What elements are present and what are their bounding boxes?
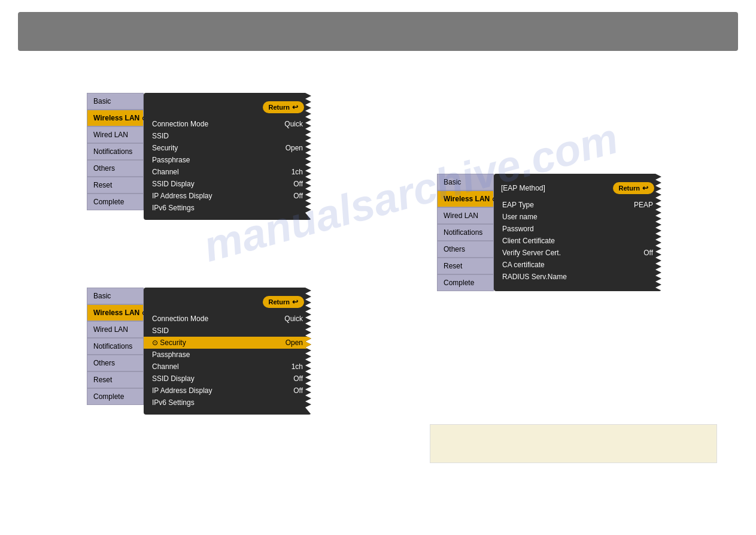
- eap-row-username[interactable]: User name: [494, 211, 661, 223]
- menu-row-ssid-display[interactable]: SSID Display Off: [144, 178, 311, 190]
- eap-row-ca-cert[interactable]: CA certificate: [494, 259, 661, 271]
- panel2-menu-row-ssid[interactable]: SSID: [144, 325, 311, 337]
- panel2-menu-row-passphrase[interactable]: Passphrase: [144, 349, 311, 361]
- eap-row-radius[interactable]: RADIUS Serv.Name: [494, 271, 661, 283]
- panel1-menu: Return Connection Mode Quick SSID Securi…: [144, 93, 311, 220]
- menu-row-ip-display[interactable]: IP Address Display Off: [144, 190, 311, 202]
- panel2-sidebar-item-others[interactable]: Others: [87, 355, 144, 371]
- eap-title: [EAP Method]: [501, 184, 545, 192]
- panel-3: Basic Wireless LAN Wired LAN Notificatio…: [437, 174, 661, 291]
- menu-row-connection[interactable]: Connection Mode Quick: [144, 118, 311, 130]
- panel-2: Basic Wireless LAN Wired LAN Notificatio…: [87, 288, 311, 415]
- panel3-sidebar-item-others[interactable]: Others: [437, 241, 494, 258]
- panel2-menu: Return Connection Mode Quick SSID ⊙ Secu…: [144, 288, 311, 415]
- panel2-menu-row-ip-display[interactable]: IP Address Display Off: [144, 385, 311, 397]
- panel1-return-btn[interactable]: Return: [263, 101, 304, 113]
- panel-1: Basic Wireless LAN Wired LAN Notificatio…: [87, 93, 311, 220]
- panel3-sidebar-item-wired[interactable]: Wired LAN: [437, 207, 494, 224]
- panel2-sidebar-item-complete[interactable]: Complete: [87, 388, 144, 405]
- sidebar-item-reset[interactable]: Reset: [87, 177, 144, 194]
- menu-row-passphrase[interactable]: Passphrase: [144, 154, 311, 166]
- panel2-sidebar-item-wired[interactable]: Wired LAN: [87, 321, 144, 338]
- panel3-sidebar: Basic Wireless LAN Wired LAN Notificatio…: [437, 174, 494, 291]
- panel2-menu-row-connection[interactable]: Connection Mode Quick: [144, 313, 311, 325]
- panel2-sidebar: Basic Wireless LAN Wired LAN Notificatio…: [87, 288, 144, 415]
- panel2-menu-row-ipv6[interactable]: IPv6 Settings: [144, 397, 311, 409]
- sidebar-item-notifications[interactable]: Notifications: [87, 143, 144, 160]
- menu-row-ssid[interactable]: SSID: [144, 130, 311, 142]
- panel3-eap-menu: [EAP Method] Return EAP Type PEAP User n…: [494, 174, 661, 291]
- header-bar: [18, 12, 738, 51]
- eap-row-verify-server[interactable]: Verify Server Cert. Off: [494, 247, 661, 259]
- panel3-sidebar-item-basic[interactable]: Basic: [437, 174, 494, 191]
- panel2-return-btn[interactable]: Return: [263, 296, 304, 308]
- sidebar-item-wireless[interactable]: Wireless LAN: [87, 110, 144, 126]
- panel1-sidebar: Basic Wireless LAN Wired LAN Notificatio…: [87, 93, 144, 220]
- sidebar-item-basic[interactable]: Basic: [87, 93, 144, 110]
- eap-row-password[interactable]: Password: [494, 223, 661, 235]
- panel2-sidebar-item-reset[interactable]: Reset: [87, 371, 144, 388]
- eap-row-type[interactable]: EAP Type PEAP: [494, 199, 661, 211]
- panel2-menu-row-security[interactable]: ⊙ Security Open: [144, 337, 311, 349]
- panel3-sidebar-item-wireless[interactable]: Wireless LAN: [437, 191, 494, 207]
- panel3-return-btn[interactable]: Return: [613, 182, 654, 194]
- info-box: [430, 424, 717, 463]
- panel3-sidebar-item-complete[interactable]: Complete: [437, 274, 494, 291]
- panel3-sidebar-item-reset[interactable]: Reset: [437, 258, 494, 274]
- sidebar-item-complete[interactable]: Complete: [87, 194, 144, 210]
- panel3-sidebar-item-notifications[interactable]: Notifications: [437, 224, 494, 241]
- sidebar-item-others[interactable]: Others: [87, 160, 144, 177]
- panel2-header: Return: [144, 294, 311, 313]
- panel2-sidebar-item-notifications[interactable]: Notifications: [87, 338, 144, 355]
- panel2-sidebar-item-wireless[interactable]: Wireless LAN: [87, 304, 144, 321]
- menu-row-security[interactable]: Security Open: [144, 142, 311, 154]
- menu-row-ipv6[interactable]: IPv6 Settings: [144, 202, 311, 214]
- panel2-menu-row-ssid-display[interactable]: SSID Display Off: [144, 373, 311, 385]
- eap-row-client-cert[interactable]: Client Certificate: [494, 235, 661, 247]
- menu-row-channel[interactable]: Channel 1ch: [144, 166, 311, 178]
- panel2-menu-row-channel[interactable]: Channel 1ch: [144, 361, 311, 373]
- sidebar-item-wired[interactable]: Wired LAN: [87, 126, 144, 143]
- panel1-header: Return: [144, 99, 311, 118]
- panel2-sidebar-item-basic[interactable]: Basic: [87, 288, 144, 304]
